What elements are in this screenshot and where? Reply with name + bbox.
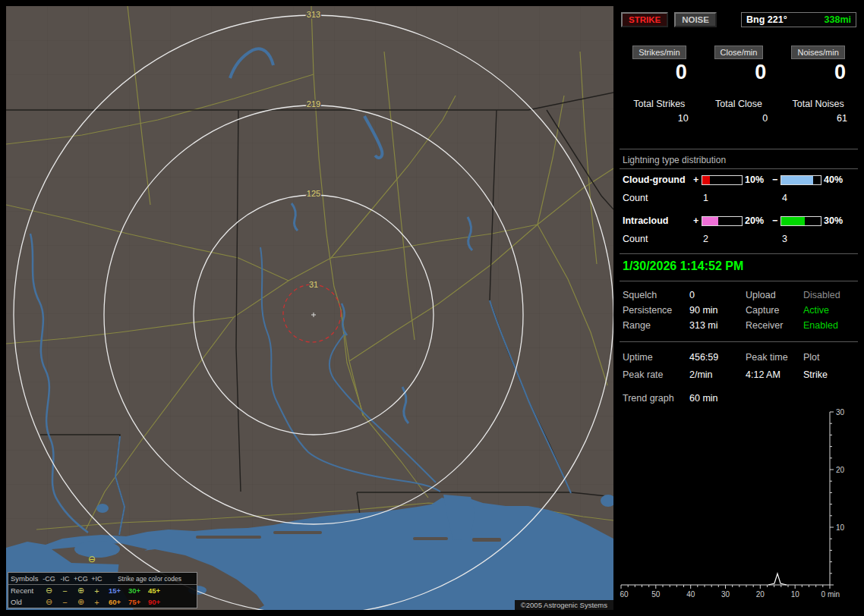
range-label: Range — [623, 320, 651, 331]
cg-minus-bar — [780, 175, 821, 185]
legend-recent-label: Recent — [11, 586, 41, 595]
y-tick-20: 20 — [836, 466, 845, 474]
ring-label-219: 219 — [307, 99, 320, 108]
minus-sign: − — [772, 174, 777, 185]
mode-toolbar: STRIKE NOISE Bng 221° 338mi — [621, 12, 856, 27]
age-30: 30+ — [125, 586, 144, 595]
x-tick-60: 60 — [620, 590, 629, 599]
range-value: 313 mi — [689, 320, 718, 331]
count-label: Count — [623, 193, 692, 203]
close-per-min-label: Close/min — [714, 46, 764, 59]
bearing-distance: 338mi — [825, 14, 851, 25]
ic-plus-count: 2 — [703, 234, 708, 244]
cg-plus-fill — [702, 176, 710, 184]
squelch-label: Squelch — [623, 290, 657, 300]
neg-cg-old-icon: ⊖ — [41, 597, 57, 607]
legend-symbols-title: Symbols — [11, 574, 41, 583]
legend-age-title: Strike age color codes — [105, 575, 194, 583]
y-major-ticks — [830, 412, 834, 585]
neg-cg-recent-icon: ⊖ — [41, 586, 57, 596]
plus-sign: + — [693, 215, 698, 226]
ring-label-125: 125 — [307, 189, 320, 198]
divider — [620, 281, 858, 281]
total-strikes-label: Total Strikes — [633, 99, 685, 109]
trend-axes — [621, 412, 830, 585]
trend-series-strike — [768, 574, 787, 585]
pos-ic-recent-icon: + — [89, 586, 105, 596]
y-tick-10: 10 — [836, 523, 845, 532]
ic-plus-fill — [702, 217, 718, 225]
total-close-value: 0 — [699, 113, 779, 124]
bearing-panel: Bng 221° 338mi — [741, 12, 856, 27]
strikes-per-min-label: Strikes/min — [632, 46, 686, 59]
x-tick-10: 10 — [791, 590, 800, 599]
total-strikes-value: 10 — [620, 113, 699, 124]
age-75: 75+ — [125, 598, 144, 606]
stats-row-1: Uptime 456:59 Peak time Plot — [620, 352, 858, 366]
total-noises-label: Total Noises — [793, 99, 844, 109]
x-tick-50: 50 — [651, 590, 661, 599]
trend-graph: 30 20 10 60 50 40 30 20 10 0 min — [620, 408, 858, 610]
x-tick-30: 30 — [721, 590, 730, 599]
minus-sign: − — [772, 215, 777, 226]
intracloud-row: Intracloud + 20% − 30% — [620, 215, 858, 228]
legend-col-pos-ic: +IC — [89, 575, 105, 583]
age-60: 60+ — [105, 598, 125, 606]
age-15: 15+ — [105, 586, 125, 595]
legend-col-neg-ic: -IC — [57, 575, 73, 583]
persistence-label: Persistence — [623, 305, 672, 316]
noises-per-min-label: Noises/min — [791, 46, 844, 59]
lightning-tracker-window: 313 219 125 31 ⊖ Symbols -CG -IC +CG +IC… — [0, 0, 864, 616]
cloud-ground-label: Cloud-ground — [623, 174, 692, 185]
total-noises-value: 61 — [778, 113, 858, 124]
squelch-value: 0 — [689, 290, 695, 300]
divider — [620, 149, 858, 149]
trend-label-row: Trend graph 60 min — [620, 393, 858, 407]
ic-plus-bar — [702, 216, 743, 226]
pos-cg-recent-icon: ⊕ — [73, 586, 89, 596]
map-svg: 313 219 125 31 ⊖ — [6, 6, 613, 610]
ic-plus-percent: 20% — [745, 215, 764, 226]
x-tick-20: 20 — [756, 590, 765, 599]
receiver-label: Receiver — [746, 320, 783, 331]
trend-window-value: 60 min — [689, 393, 718, 404]
receiver-status: Enabled — [803, 320, 838, 331]
uptime-label: Uptime — [623, 352, 653, 363]
copyright-text: ©2005 Astrogenic Systems — [515, 600, 613, 610]
neg-ic-old-icon: − — [57, 598, 73, 607]
x-tick-0min: 0 min — [821, 590, 840, 599]
divider — [620, 341, 858, 342]
peak-time-label: Peak time — [746, 352, 788, 363]
pos-ic-old-icon: + — [89, 598, 105, 607]
cg-plus-count: 1 — [703, 193, 708, 203]
neg-ic-recent-icon: − — [57, 586, 73, 596]
persistence-value: 90 min — [689, 305, 718, 316]
ring-label-31: 31 — [309, 280, 318, 289]
plot-label: Plot — [803, 352, 820, 363]
count-label: Count — [623, 234, 692, 244]
cg-minus-percent: 40% — [824, 174, 843, 185]
strike-button[interactable]: STRIKE — [621, 12, 668, 27]
peak-rate-value: 2/min — [689, 369, 713, 380]
bearing-value: Bng 221° — [746, 14, 787, 25]
ic-minus-fill — [781, 217, 805, 225]
age-90: 90+ — [144, 598, 164, 606]
ic-minus-percent: 30% — [824, 215, 843, 226]
settings-row-1: Squelch 0 Upload Disabled — [620, 290, 858, 303]
x-tick-40: 40 — [686, 590, 695, 599]
trend-graph-label: Trend graph — [623, 393, 674, 404]
y-tick-30: 30 — [836, 408, 845, 416]
rate-counters: Strikes/min 0 Close/min 0 Noises/min 0 — [620, 46, 858, 83]
strike-legend: Symbols -CG -IC +CG +IC Strike age color… — [8, 572, 197, 608]
legend-recent-row: Recent ⊖ − ⊕ + 15+ 30+ 45+ — [8, 585, 197, 596]
ring-label-313: 313 — [307, 10, 320, 19]
cg-minus-fill — [781, 176, 813, 184]
strike-marker-icon: ⊖ — [88, 554, 96, 564]
settings-row-3: Range 313 mi Receiver Enabled — [620, 320, 858, 334]
noise-button[interactable]: NOISE — [674, 12, 717, 27]
divider — [620, 253, 858, 254]
capture-status: Active — [803, 305, 829, 316]
upload-status: Disabled — [803, 290, 840, 300]
peak-rate-label: Peak rate — [623, 369, 664, 380]
radar-map[interactable]: 313 219 125 31 ⊖ Symbols -CG -IC +CG +IC… — [6, 6, 613, 610]
